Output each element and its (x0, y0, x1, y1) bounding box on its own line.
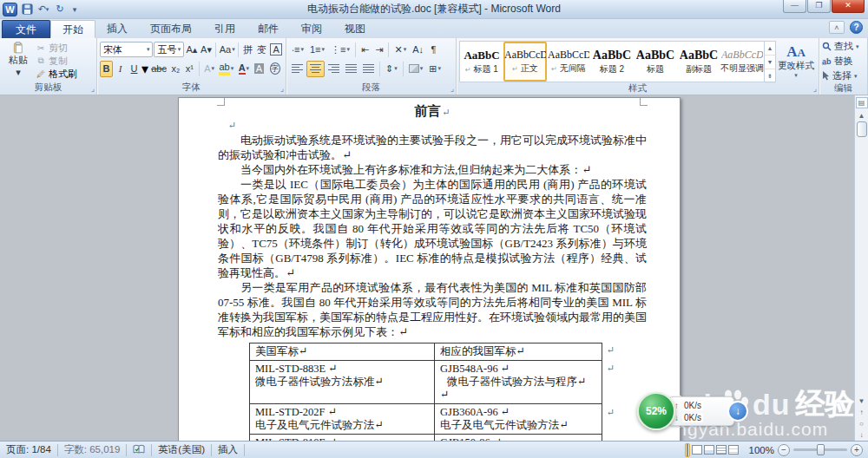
borders-button[interactable]: ⊞▾ (426, 61, 444, 77)
styles-scroll-up-icon[interactable]: ▲ (765, 42, 775, 56)
help-icon[interactable]: ? (850, 21, 863, 34)
zoom-out-button[interactable]: − (778, 444, 790, 456)
multilevel-list-button[interactable]: ⋮≡▾ (328, 42, 352, 58)
shrink-font-button[interactable]: A▾ (200, 42, 214, 58)
undo-button[interactable]: ↶▾ (36, 3, 50, 16)
underline-button[interactable]: U (128, 61, 141, 77)
select-button[interactable]: 选择▾ (822, 69, 865, 82)
paste-button[interactable]: 粘贴 ▾ (3, 40, 34, 78)
spellcheck-button[interactable] (127, 444, 151, 456)
language-indicator[interactable]: 英语(美国) (152, 443, 211, 456)
style-subtitle[interactable]: AaBbC 副标题 (677, 42, 720, 82)
distribute-button[interactable] (360, 61, 377, 77)
zoom-level[interactable]: 100% (749, 445, 774, 455)
align-left-button[interactable] (289, 61, 306, 77)
close-button[interactable]: ✕ (832, 0, 865, 13)
fullscreen-reading-view-button[interactable] (692, 445, 702, 455)
sort-button[interactable]: A↓ (410, 42, 426, 58)
superscript-button[interactable]: x¹ (183, 61, 196, 77)
phonetic-guide-button[interactable]: 拼 (241, 42, 254, 58)
justify-button[interactable] (343, 61, 359, 77)
style-no-spacing[interactable]: AaBbCcD ↵ 无间隔 (547, 42, 590, 82)
minimize-button[interactable]: — (783, 0, 806, 13)
style-heading2[interactable]: AaBbC 标题 2 (590, 42, 634, 82)
paragraph-dialog-launcher-icon[interactable]: ⌟ (450, 85, 454, 93)
numbering-button[interactable]: 1≡▾ (307, 42, 327, 58)
minimize-ribbon-icon[interactable]: ˄ (829, 21, 845, 34)
increase-indent-button[interactable]: ⇥ (372, 42, 385, 58)
print-layout-view-button[interactable] (685, 443, 690, 457)
ruler-toggle-icon[interactable]: ▤ (856, 97, 868, 108)
character-style-button[interactable]: 变 (255, 42, 268, 58)
styles-dialog-launcher-icon[interactable]: ⌟ (813, 85, 817, 93)
style-subtle-emphasis[interactable]: AaBbCcD 不明显强调 (720, 42, 764, 82)
change-case-button[interactable]: Aa▾ (219, 42, 235, 58)
tab-references[interactable]: 引用 (203, 20, 247, 38)
text-effects-button[interactable]: A▾ (202, 61, 217, 77)
scroll-up-icon[interactable]: ▲ (856, 110, 868, 121)
scrollbar-thumb[interactable] (857, 121, 867, 137)
scroll-down-icon[interactable]: ▼ (856, 396, 868, 407)
change-styles-button[interactable]: AA 更改样式 ▾ (776, 40, 816, 82)
page-indicator[interactable]: 页面: 1/84 (0, 443, 57, 456)
customize-qat-button[interactable]: ▾ (69, 3, 80, 16)
web-layout-view-button[interactable] (704, 445, 714, 455)
bold-button[interactable]: B (100, 61, 113, 77)
zoom-slider[interactable] (793, 448, 847, 451)
font-size-combobox[interactable]: 五号▾ (154, 42, 184, 57)
subscript-button[interactable]: x₂ (169, 61, 182, 77)
clipboard-dialog-launcher-icon[interactable]: ⌟ (91, 85, 95, 93)
highlight-button[interactable]: ab▾ (217, 61, 235, 77)
tab-insert[interactable]: 插入 (95, 20, 139, 38)
character-border-button[interactable]: A (269, 42, 283, 58)
decrease-indent-button[interactable]: ⇤ (358, 42, 372, 58)
style-heading1[interactable]: AaBbC ↵ 标题 1 (460, 42, 503, 82)
character-shading-button[interactable]: A (252, 61, 266, 77)
tab-page-layout[interactable]: 页面布局 (139, 20, 203, 38)
vertical-scrollbar[interactable]: ▤ ▲ ▼ ↑ ○ ↓ (854, 95, 868, 441)
word-app-icon[interactable]: W (3, 3, 17, 16)
memory-ball[interactable]: 52% (637, 392, 675, 430)
redo-button[interactable]: ↻ (53, 3, 67, 16)
copy-button[interactable]: ⧉ 复制 (34, 55, 79, 67)
outline-view-button[interactable] (716, 445, 727, 455)
document-page[interactable]: 前言↵ ↵ 电动振动试验系统是环境试验的主要试验手段之一，用它可以完成环境试验标… (178, 97, 681, 441)
show-marks-button[interactable]: ¶ (427, 42, 440, 58)
underline-dropdown-icon[interactable]: ▾ (141, 61, 148, 77)
save-button[interactable] (20, 3, 34, 16)
enclose-character-button[interactable]: 字 (267, 61, 283, 77)
previous-page-icon[interactable]: ↑ (856, 407, 868, 418)
font-family-combobox[interactable]: 宋体▾ (100, 42, 153, 57)
tab-view[interactable]: 视图 (333, 20, 377, 38)
tab-file[interactable]: 文件 (2, 20, 50, 38)
next-page-icon[interactable]: ↓ (856, 429, 868, 441)
zoom-in-button[interactable]: + (851, 444, 863, 456)
style-title[interactable]: AaBbC 标题 (634, 42, 677, 82)
tab-mailings[interactable]: 邮件 (247, 20, 290, 38)
tab-home[interactable]: 开始 (50, 20, 95, 38)
font-color-button[interactable]: A▾ (236, 61, 251, 77)
format-painter-button[interactable]: 🖉 格式刷 (34, 68, 79, 80)
styles-more-icon[interactable]: ⇟ (765, 69, 775, 83)
maximize-button[interactable]: ❐ (807, 0, 831, 13)
grow-font-button[interactable]: A▴ (185, 42, 199, 58)
styles-scroll-down-icon[interactable]: ▼ (765, 56, 775, 69)
shading-button[interactable]: ▾ (406, 61, 426, 77)
draft-view-button[interactable] (728, 445, 739, 455)
strikethrough-button[interactable]: abc (149, 61, 168, 77)
bullets-button[interactable]: ∙≡▾ (289, 42, 306, 58)
italic-button[interactable]: I (114, 61, 127, 77)
align-right-button[interactable] (326, 61, 342, 77)
zoom-slider-thumb[interactable] (817, 444, 825, 455)
font-dialog-launcher-icon[interactable]: ⌟ (280, 85, 284, 93)
align-center-button[interactable] (306, 61, 325, 77)
cut-button[interactable]: ✂ 剪切 (34, 42, 79, 54)
paste-dropdown-icon[interactable]: ▾ (16, 67, 21, 78)
insert-mode-indicator[interactable]: 插入 (212, 443, 244, 456)
asian-layout-button[interactable]: ✕▾ (391, 42, 409, 58)
browse-object-icon[interactable]: ○ (856, 418, 868, 429)
tab-review[interactable]: 审阅 (290, 20, 333, 38)
replace-button[interactable]: a̲b 替换 (822, 55, 865, 68)
boost-button[interactable]: ↓ (727, 401, 748, 422)
find-button[interactable]: 查找▾ (822, 40, 865, 53)
